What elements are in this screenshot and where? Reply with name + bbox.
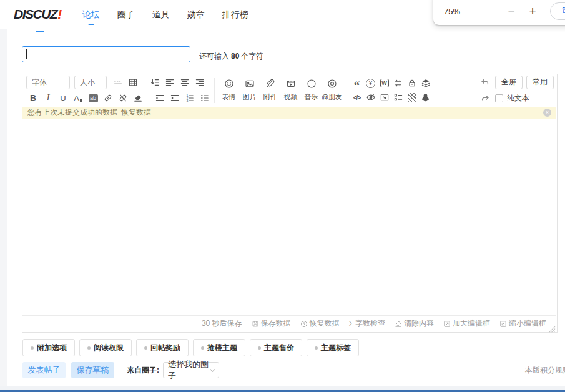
clear-content-button[interactable]: 清除内容 [395, 318, 434, 329]
horizontal-rule-icon[interactable] [111, 76, 125, 89]
sort-icon[interactable] [148, 76, 162, 89]
option-read-permission-label: 阅读权限 [94, 343, 124, 353]
editor-content-area[interactable] [22, 119, 556, 315]
shrink-editor-button[interactable]: 缩小编辑框 [499, 318, 546, 329]
emoticon-label: 表情 [222, 92, 236, 102]
bullet-icon [315, 346, 318, 350]
option-topic-price[interactable]: 主题售价 [250, 339, 302, 356]
quote-icon[interactable]: “ [350, 76, 363, 90]
word-count-button[interactable]: Σ字数检查 [349, 318, 385, 329]
bullet-icon [144, 346, 147, 350]
active-tab-indicator [36, 31, 44, 32]
pattern-icon[interactable] [405, 91, 418, 104]
option-topic-tags[interactable]: 主题标签 [307, 339, 359, 356]
restore-data-button[interactable]: 恢复数据 [300, 318, 340, 329]
stripes-glyph [408, 93, 416, 102]
fullscreen-button[interactable]: 全屏 [495, 76, 523, 89]
save-data-button[interactable]: 保存数据 [252, 318, 291, 329]
save-draft-button[interactable]: 保存草稿 [71, 362, 114, 378]
font-family-select[interactable]: 字体 [26, 76, 70, 89]
eraser-icon[interactable] [131, 91, 145, 105]
code-icon[interactable]: </> [350, 91, 363, 104]
option-floor-grab[interactable]: 抢楼主题 [193, 339, 245, 356]
link-icon[interactable] [101, 91, 115, 105]
close-icon[interactable]: × [543, 109, 551, 117]
unlink-icon[interactable] [116, 91, 130, 105]
chevron-down-icon [209, 367, 216, 374]
nav-item-ranking[interactable]: 排行榜 [214, 0, 257, 29]
hide-content-icon[interactable] [364, 91, 377, 104]
video-label: 视频 [284, 92, 298, 102]
mention-friend-button[interactable]: @朋友 [322, 79, 342, 102]
clock-icon [300, 320, 308, 328]
nav-item-forum[interactable]: 论坛 [74, 0, 109, 29]
redo-icon[interactable] [479, 92, 491, 105]
ordered-list-icon[interactable]: 123 [183, 91, 197, 105]
discuz-logo[interactable]: DISCUZ! [14, 7, 61, 22]
editor-toolbar: 字体 大小 B I U A ab 123 表情 图片 [22, 74, 556, 106]
bold-button[interactable]: B [26, 91, 40, 105]
circle-select[interactable]: 选择我的圈子 [163, 362, 219, 378]
zoom-reset-button[interactable]: 重置 [550, 2, 565, 20]
align-left-icon[interactable] [163, 76, 177, 89]
zoom-in-button[interactable]: + [525, 4, 540, 19]
reward-yen-icon[interactable]: ¥ [364, 76, 377, 90]
align-center-icon[interactable] [178, 76, 192, 89]
plaintext-checkbox[interactable] [495, 94, 503, 102]
screenshot-icon[interactable] [378, 91, 391, 104]
nav-item-medal[interactable]: 勋章 [179, 0, 214, 29]
logo-exclamation: ! [57, 7, 61, 21]
music-icon [307, 79, 317, 91]
nav-item-circle[interactable]: 圈子 [109, 0, 144, 29]
lock-icon[interactable] [405, 76, 418, 90]
post-topic-button[interactable]: 发表帖子 [22, 362, 66, 378]
post-title-input[interactable] [22, 46, 190, 62]
font-color-button[interactable]: A [71, 91, 85, 105]
attachment-button[interactable]: 附件 [260, 79, 280, 102]
resize-grip-icon[interactable] [549, 324, 556, 331]
nav-menu: 论坛 圈子 道具 勋章 排行榜 [74, 0, 257, 29]
emoticon-button[interactable]: 表情 [219, 79, 239, 102]
format-group: 字体 大小 B I U A ab 123 [22, 76, 212, 105]
at-icon [327, 79, 337, 91]
enlarge-editor-button[interactable]: 加大编辑框 [443, 318, 490, 329]
qq-penguin-icon[interactable] [419, 91, 432, 104]
video-button[interactable]: 视频 [280, 79, 301, 102]
bullet-icon [31, 346, 34, 350]
notice-text: 您有上次未提交成功的数据 [27, 107, 117, 118]
word-count-label: 字数检查 [355, 318, 385, 329]
poll-icon[interactable] [391, 91, 405, 104]
option-read-permission[interactable]: 阅读权限 [79, 339, 132, 356]
zoom-out-button[interactable]: − [504, 4, 519, 19]
circle-select-value: 选择我的圈子 [168, 359, 209, 381]
underline-button[interactable]: U [56, 91, 70, 105]
pagebreak-icon[interactable] [391, 76, 405, 90]
bullet-icon [87, 346, 91, 350]
option-additional[interactable]: 附加选项 [22, 339, 75, 356]
indent-decrease-icon[interactable] [153, 91, 167, 105]
points-rules-link[interactable]: 本版积分规则 [525, 365, 565, 376]
font-size-select[interactable]: 大小 [74, 76, 107, 89]
undo-icon[interactable] [479, 76, 491, 89]
common-button[interactable]: 常用 [526, 76, 554, 89]
option-reply-reward[interactable]: 回帖奖励 [136, 339, 189, 356]
layers-icon[interactable] [419, 76, 432, 90]
from-circle-label: 来自圈子: [127, 365, 159, 376]
align-right-icon[interactable] [193, 76, 207, 89]
highlight-button[interactable]: ab [86, 91, 100, 105]
picture-icon [245, 79, 255, 91]
browser-zoom-popup: 75% − + 重置 [433, 0, 565, 25]
unordered-list-icon[interactable] [198, 91, 212, 105]
indent-increase-icon[interactable] [168, 91, 182, 105]
music-label: 音乐 [305, 92, 318, 102]
mention-label: @朋友 [322, 92, 342, 102]
option-topic-tags-label: 主题标签 [321, 343, 351, 353]
table-icon[interactable] [126, 76, 140, 89]
italic-button[interactable]: I [41, 91, 55, 105]
plaintext-label: 纯文本 [507, 93, 529, 104]
restore-data-link[interactable]: 恢复数据 [121, 107, 151, 118]
nav-item-props[interactable]: 道具 [144, 0, 179, 29]
music-button[interactable]: 音乐 [301, 79, 322, 102]
word-paste-icon[interactable]: W [378, 76, 391, 90]
image-button[interactable]: 图片 [239, 79, 260, 102]
